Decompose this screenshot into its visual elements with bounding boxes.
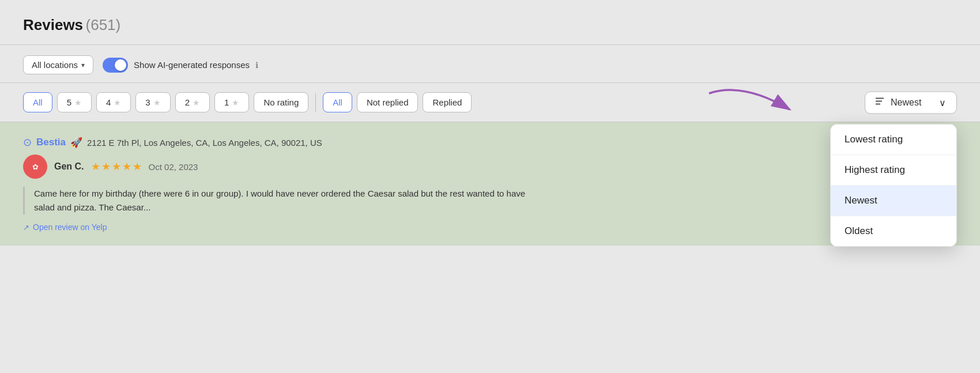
reviewer-row: ✿ Gen C. ★ ★ ★ ★ ★ Oct 02, 2023 [23,155,957,179]
rating-5-label: 5 [67,97,71,107]
rating-filter-1[interactable]: 1 ★ [214,92,249,112]
filter-row: All 5 ★ 4 ★ 3 ★ 2 ★ 1 ★ No rating All [0,83,980,122]
sort-dropdown-button[interactable]: Newest ∨ [865,91,957,114]
reviews-count: (651) [86,16,121,33]
review-text: Came here for my birthday (there were 6 … [23,187,542,214]
ai-toggle-label: Show AI-generated responses [134,60,250,70]
review-text-content: Came here for my birthday (there were 6 … [34,189,525,212]
rating-1-label: 1 [224,97,229,107]
reply-filter-replied[interactable]: Replied [423,92,472,112]
reviews-title: Reviews [23,16,83,33]
sort-option-oldest[interactable]: Oldest [831,216,956,246]
toggle-knob [115,59,126,71]
sort-dropdown-menu: Lowest rating Highest rating Newest Olde… [830,124,957,247]
sort-chevron-icon: ∨ [939,97,946,108]
external-link-icon: ↗ [23,223,29,232]
sort-selected-label: Newest [891,97,934,108]
star-icon-3: ★ [153,98,161,107]
star-icon-4: ★ [114,98,121,107]
business-emoji: 🚀 [70,137,82,149]
svg-text:✿: ✿ [32,163,39,171]
review-date: Oct 02, 2023 [149,162,198,172]
sort-lowest-rating-label: Lowest rating [845,134,903,145]
not-replied-label: Not replied [367,97,409,107]
reviewer-avatar: ✿ [23,155,47,179]
rating-filter-3[interactable]: 3 ★ [135,92,170,112]
star-icon-5: ★ [74,98,82,107]
rating-2-label: 2 [185,97,190,107]
reviewer-name: Gen C. [54,161,84,172]
controls-row: All locations ▾ Show AI-generated respon… [0,45,980,83]
reply-filter-all-label: All [333,97,342,107]
star-icon-1: ★ [232,98,239,107]
star-4: ★ [122,160,131,173]
star-3: ★ [112,160,121,173]
filter-divider [315,93,316,112]
sort-option-highest-rating[interactable]: Highest rating [831,155,956,186]
star-1: ★ [91,160,100,173]
sort-option-newest[interactable]: Newest [831,186,956,216]
locations-label: All locations [32,60,78,70]
sort-option-lowest-rating[interactable]: Lowest rating [831,125,956,155]
page-container: Reviews (651) All locations ▾ Show AI-ge… [0,0,980,373]
info-icon[interactable]: ℹ [255,61,258,70]
reply-filter-notreplied[interactable]: Not replied [357,92,419,112]
star-5: ★ [133,160,142,173]
ai-toggle[interactable] [103,58,128,73]
sort-oldest-label: Oldest [845,225,873,236]
sort-newest-label: Newest [845,195,877,206]
sort-icon [876,97,886,108]
business-address: 2121 E 7th Pl, Los Angeles, CA, Los Ange… [87,138,322,148]
star-2: ★ [101,160,111,173]
reply-filter-all[interactable]: All [323,92,352,112]
replied-label: Replied [432,97,462,107]
rating-filter-4[interactable]: 4 ★ [96,92,131,112]
rating-filter-all-label: All [33,97,43,107]
toggle-container: Show AI-generated responses ℹ [103,58,258,73]
rating-3-label: 3 [145,97,150,107]
no-rating-label: No rating [263,97,299,107]
rating-4-label: 4 [106,97,111,107]
chevron-down-icon: ▾ [81,61,85,69]
rating-filter-5[interactable]: 5 ★ [57,92,92,112]
rating-filter-norating[interactable]: No rating [254,92,308,112]
business-name[interactable]: Bestia [36,137,66,148]
review-stars: ★ ★ ★ ★ ★ [91,160,142,173]
reviews-header: Reviews (651) [0,0,980,45]
locations-dropdown[interactable]: All locations ▾ [23,55,93,74]
location-pin-icon: ⊙ [23,136,32,149]
star-icon-2: ★ [193,98,200,107]
open-review-link[interactable]: ↗ Open review on Yelp [23,223,957,232]
rating-filter-2[interactable]: 2 ★ [175,92,210,112]
open-review-link-label: Open review on Yelp [33,223,107,232]
review-location-row: ⊙ Bestia 🚀 2121 E 7th Pl, Los Angeles, C… [23,136,957,149]
rating-filter-all[interactable]: All [23,92,52,112]
sort-highest-rating-label: Highest rating [845,164,905,175]
